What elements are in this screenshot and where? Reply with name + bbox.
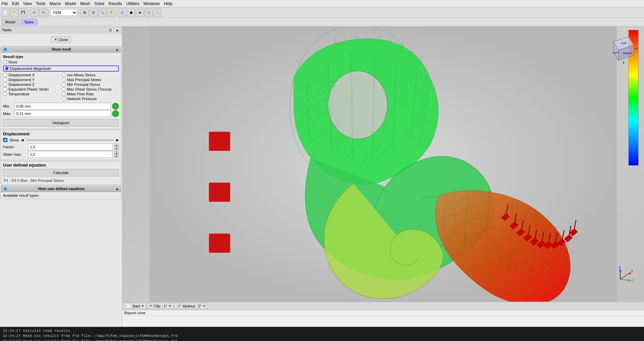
undo-button[interactable]: ↩: [30, 8, 38, 17]
show-row: Show ◀ ▶: [3, 138, 119, 142]
draw-style-1[interactable]: ◻: [118, 8, 126, 17]
new-button[interactable]: 📄: [1, 8, 10, 17]
panel-icons: ⊡ ▲: [108, 27, 120, 33]
max-check-icon: ✓: [112, 110, 119, 117]
radio-von-mises: von Mises Stress: [62, 73, 119, 77]
radio-network-pressure: Network Pressure: [62, 97, 119, 101]
log-line-3: 22:24:27 Read ccx results from dat file:…: [3, 339, 641, 341]
svg-point-2: [328, 71, 387, 139]
menu-file[interactable]: File: [1, 1, 8, 6]
open-button[interactable]: 📂: [10, 8, 18, 17]
slider-max-spin-up[interactable]: ▲: [114, 151, 119, 154]
workbench-combo[interactable]: FEM: [50, 9, 77, 16]
radio-dx-input[interactable]: [3, 73, 7, 77]
radio-temperature: Temperature: [3, 92, 60, 96]
factor-spin-up[interactable]: ▲: [114, 144, 119, 147]
displacement-slider[interactable]: [26, 139, 114, 141]
radio-displacement-magnitude-selected[interactable]: Displacement Magnitude: [3, 65, 119, 72]
kljukica-tab[interactable]: 🔗 kljukica : 1* ✕: [174, 303, 208, 309]
radio-mfr-input[interactable]: [62, 92, 66, 96]
user-equation-panel: User defined equation Calculate P1 - P3 …: [1, 161, 121, 185]
main-area: Tasks ⊡ ▲ ✕ Close 🔷 Show result ▲ R: [0, 26, 644, 327]
menu-windows[interactable]: Windows: [143, 1, 160, 6]
panel-maximize-icon[interactable]: ⊡: [108, 27, 113, 33]
menu-help[interactable]: Help: [164, 1, 173, 6]
left-panel: Tasks ⊡ ▲ ✕ Close 🔷 Show result ▲ R: [0, 26, 122, 327]
constraint-block-3: [209, 233, 230, 252]
radio-displacement-x: Displacement X: [3, 73, 60, 77]
user-eq-title: User defined equation: [3, 163, 119, 168]
radio-np-input[interactable]: [62, 97, 66, 101]
redo-button[interactable]: ↪: [39, 8, 47, 17]
menu-edit[interactable]: Edit: [12, 1, 19, 6]
radio-dz-input[interactable]: [3, 82, 7, 87]
toolbar-separator-2: [49, 9, 49, 16]
radio-dy-input[interactable]: [3, 78, 7, 82]
svg-text:TOP: TOP: [621, 42, 627, 45]
show-checkbox[interactable]: [3, 138, 7, 142]
radio-temp-input[interactable]: [3, 92, 7, 96]
factor-input[interactable]: 1,0: [28, 144, 113, 150]
view-select-button[interactable]: ⊡: [89, 8, 97, 17]
viewport[interactable]: TOP LEFT FRONT X Z: [122, 26, 644, 327]
show-result-collapse-icon[interactable]: ▲: [115, 48, 119, 51]
menu-view[interactable]: View: [23, 1, 32, 6]
kljukica-tab-close[interactable]: ✕: [203, 304, 205, 308]
max-input[interactable]: 0,11 mm: [15, 110, 111, 117]
radio-dm-dot: [5, 67, 8, 70]
arrow-left-icon[interactable]: ◀: [21, 138, 24, 142]
radio-vm-input[interactable]: [62, 73, 66, 77]
calculate-button[interactable]: Calculate: [3, 169, 119, 176]
start-tab-close[interactable]: ✕: [141, 304, 144, 308]
show-result-icon: 🔷: [3, 48, 7, 51]
radio-ep-input[interactable]: [3, 87, 7, 91]
nav-cube[interactable]: TOP LEFT FRONT: [607, 33, 637, 64]
menu-model[interactable]: Model: [65, 1, 76, 6]
radio-maxp-input[interactable]: [62, 78, 66, 82]
slider-max-label: Slider max:: [3, 152, 27, 156]
hints-collapse-icon[interactable]: ▲: [115, 187, 119, 191]
view-pan-button[interactable]: ✋: [107, 8, 115, 17]
model-tab[interactable]: Model: [1, 19, 19, 25]
menu-results[interactable]: Results: [108, 1, 122, 6]
menu-solve[interactable]: Solve: [94, 1, 104, 6]
radio-none-input[interactable]: [3, 60, 7, 64]
tasks-tab[interactable]: Tasks: [20, 19, 37, 25]
radio-minp-input[interactable]: [62, 82, 66, 87]
histogram-button[interactable]: Histogram: [3, 119, 119, 127]
radio-mass-flow-rate: Mass Flow Rate: [62, 92, 119, 96]
slider-max-spin-down[interactable]: ▼: [114, 154, 119, 158]
draw-style-5[interactable]: ◦: [154, 8, 162, 17]
radio-vm-label: von Mises Stress: [67, 73, 96, 77]
radio-grid: Displacement X von Mises Stress Displace…: [3, 73, 119, 101]
menu-tools[interactable]: Tools: [36, 1, 46, 6]
min-input[interactable]: 0,00 mm: [15, 103, 111, 110]
kljukica-tab-icon: 🔗: [177, 304, 181, 308]
draw-style-3[interactable]: ◈: [136, 8, 144, 17]
factor-spin-down[interactable]: ▼: [114, 147, 119, 150]
view-zoom-button[interactable]: 🔍: [98, 8, 106, 17]
save-button[interactable]: 💾: [19, 8, 27, 17]
panel-close-icon[interactable]: ▲: [114, 27, 120, 33]
radio-displacement-y: Displacement Y: [3, 78, 60, 82]
arrow-right-icon[interactable]: ▶: [116, 138, 119, 142]
constraint-block-2: [209, 183, 230, 202]
draw-style-4[interactable]: ◇: [145, 8, 153, 17]
clip-tab-label: Clip : 1*: [154, 304, 167, 308]
svg-marker-80: [623, 63, 624, 64]
view-fit-button[interactable]: ⊞: [80, 8, 89, 17]
slider-max-input[interactable]: 1,0: [28, 151, 113, 158]
radio-ms-input[interactable]: [62, 87, 66, 91]
radio-max-principal: Max Principal Stress: [62, 78, 119, 82]
user-eq-content: User defined equation Calculate P1 - P3 …: [1, 161, 121, 185]
draw-style-2[interactable]: ◼: [127, 8, 135, 17]
menu-mesh[interactable]: Mesh: [80, 1, 90, 6]
close-button[interactable]: ✕ Close: [51, 36, 71, 43]
menu-utilities[interactable]: Utilities: [126, 1, 139, 6]
model-canvas: [122, 26, 644, 300]
menu-macro[interactable]: Macro: [50, 1, 61, 6]
clip-tab[interactable]: ✂ Clip : 1* ✕: [147, 303, 174, 309]
start-tab[interactable]: 📄 Start ✕: [124, 303, 146, 309]
clip-tab-close[interactable]: ✕: [168, 304, 171, 308]
radio-max-shear: Max Shear Stress (Tresca): [62, 87, 119, 91]
